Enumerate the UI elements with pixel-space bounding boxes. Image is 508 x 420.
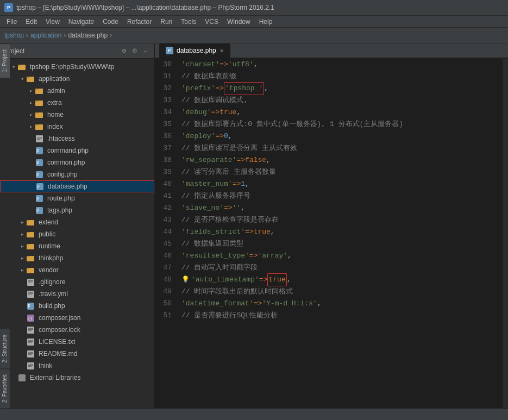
- tree-item-gitignore[interactable]: .gitignore: [0, 276, 154, 288]
- menu-item-refactor[interactable]: Refactor: [123, 17, 156, 27]
- line-number-51: 51: [155, 310, 175, 322]
- line-number-32: 32: [155, 83, 175, 95]
- svg-rect-56: [28, 341, 33, 342]
- code-token: // 数据库读写是否分离 主从式有效: [181, 142, 297, 154]
- code-line-45: // 数据集返回类型: [181, 238, 503, 250]
- tab-label: database.php: [177, 47, 216, 54]
- tree-item-tpshop-root[interactable]: ▾tpshop E:\phpStudy\WWW\tp: [0, 61, 154, 73]
- tree-item-think[interactable]: think: [0, 360, 154, 372]
- tree-item-build-php[interactable]: Pbuild.php: [0, 300, 154, 312]
- svg-rect-63: [28, 364, 33, 365]
- settings-gear-icon[interactable]: ⚙: [130, 47, 139, 55]
- menu-item-edit[interactable]: Edit: [21, 17, 41, 27]
- menu-item-vcs[interactable]: VCS: [200, 17, 223, 27]
- code-token: 1: [241, 178, 245, 190]
- tree-file-icon-index: [35, 122, 43, 131]
- tree-file-icon-thinkphp: [26, 254, 35, 262]
- tree-item-composer-lock[interactable]: composer.lock: [0, 324, 154, 336]
- tree-item-runtime[interactable]: ▸runtime: [0, 240, 154, 252]
- svg-rect-37: [27, 268, 30, 269]
- menu-item-help[interactable]: Help: [255, 17, 277, 27]
- line-number-41: 41: [155, 190, 175, 202]
- svg-text:P: P: [36, 161, 39, 166]
- menu-item-navigate[interactable]: Navigate: [64, 17, 98, 27]
- code-area[interactable]: 'charset' => 'utf8', // 数据库表前缀 'prefix' …: [179, 59, 503, 420]
- tree-item-public[interactable]: ▸public: [0, 228, 154, 240]
- tree-file-icon-config-php: P: [35, 170, 43, 179]
- tree-item-composer-json[interactable]: {}composer.json: [0, 312, 154, 324]
- breadcrumb-application[interactable]: application: [30, 32, 61, 39]
- code-line-31: // 数据库表前缀: [181, 71, 503, 83]
- tab-close-button[interactable]: ✕: [219, 48, 224, 54]
- tree-label-thinkphp: thinkphp: [39, 254, 63, 262]
- svg-rect-31: [27, 232, 30, 233]
- tree-label-readme-md: README.md: [39, 350, 77, 358]
- code-line-32: 'prefix' => 'tpshop_',: [181, 83, 503, 95]
- menu-item-window[interactable]: Window: [223, 17, 255, 27]
- tree-item-external-libs[interactable]: External Libraries: [0, 372, 154, 384]
- editor-scrollbar[interactable]: [503, 59, 508, 420]
- menu-item-file[interactable]: File: [2, 17, 21, 27]
- side-tab-structure[interactable]: 2: Structure: [0, 329, 10, 368]
- lightbulb-icon[interactable]: 💡: [181, 274, 190, 286]
- tree-item-database-php[interactable]: Pdatabase.php: [0, 180, 154, 192]
- tree-item-tags-php[interactable]: Ptags.php: [0, 204, 154, 216]
- svg-text:{}: {}: [28, 317, 32, 321]
- line-number-40: 40: [155, 178, 175, 190]
- tree-label-htaccess: .htaccess: [47, 135, 75, 142]
- tree-label-home: home: [47, 111, 64, 118]
- tree-file-icon-extend: [26, 218, 35, 227]
- svg-rect-66: [18, 374, 26, 381]
- line-number-47: 47: [155, 262, 175, 274]
- tree-item-route-php[interactable]: Proute.php: [0, 192, 154, 204]
- tree-item-thinkphp[interactable]: ▸thinkphp: [0, 252, 154, 264]
- tree-file-icon-tpshop-root: [17, 62, 26, 71]
- tree-item-htaccess[interactable]: .htaccess: [0, 133, 154, 145]
- svg-rect-64: [28, 365, 33, 366]
- tree-file-icon-public: [26, 230, 35, 239]
- code-token: // 时间字段取出后的默认时间格式: [181, 286, 293, 298]
- side-tab-favorites[interactable]: 2: Favorites: [0, 368, 10, 408]
- svg-text:P: P: [36, 197, 39, 202]
- tree-item-vendor[interactable]: ▸vendor: [0, 264, 154, 276]
- tree-item-extend[interactable]: ▸extend: [0, 216, 154, 228]
- menu-item-run[interactable]: Run: [156, 17, 177, 27]
- tree-item-travis[interactable]: .travis.yml: [0, 288, 154, 300]
- tree-item-common-php[interactable]: Pcommon.php: [0, 156, 154, 168]
- file-tree[interactable]: ▾tpshop E:\phpStudy\WWW\tp▾application▸a…: [0, 59, 154, 420]
- svg-rect-11: [35, 124, 39, 126]
- side-tab-project[interactable]: 1: Project: [0, 43, 10, 78]
- title-bar: P tpshop – [E:\phpStudy\WWW\tpshop] – ..…: [0, 0, 508, 15]
- collapse-icon[interactable]: −: [141, 47, 150, 55]
- menu-item-tools[interactable]: Tools: [177, 17, 200, 27]
- menu-item-view[interactable]: View: [41, 17, 64, 27]
- svg-rect-33: [27, 244, 30, 245]
- tree-item-config-php[interactable]: Pconfig.php: [0, 168, 154, 180]
- sync-icon[interactable]: ⊕: [120, 47, 128, 55]
- code-token: ,: [287, 274, 291, 286]
- code-line-38: 'rw_separate' => false,: [181, 154, 503, 166]
- editor-tab-database-php[interactable]: P database.php ✕: [159, 43, 230, 58]
- tree-item-readme-md[interactable]: README.md: [0, 348, 154, 360]
- tree-item-admin[interactable]: ▸admin: [0, 85, 154, 97]
- svg-rect-54: [27, 338, 34, 346]
- svg-rect-44: [28, 293, 33, 294]
- menu-item-code[interactable]: Code: [98, 17, 123, 27]
- breadcrumb-tpshop[interactable]: tpshop: [4, 32, 24, 39]
- code-token: 'resultset_type': [181, 250, 249, 262]
- tree-arrow-public: ▸: [18, 231, 26, 237]
- tree-item-application[interactable]: ▾application: [0, 73, 154, 85]
- line-number-50: 50: [155, 298, 175, 310]
- tree-item-license-txt[interactable]: LICENSE.txt: [0, 336, 154, 348]
- svg-rect-14: [37, 138, 42, 139]
- code-token: // 数据集返回类型: [181, 238, 243, 250]
- tree-arrow-application: ▾: [18, 76, 26, 82]
- tree-item-index[interactable]: ▸index: [0, 121, 154, 133]
- line-number-42: 42: [155, 202, 175, 214]
- tree-label-travis: .travis.yml: [39, 290, 68, 298]
- breadcrumb-sep-3: ›: [110, 32, 112, 39]
- app-icon: P: [4, 3, 13, 12]
- tree-item-extra[interactable]: ▸extra: [0, 97, 154, 109]
- tree-item-command-php[interactable]: Pcommand.php: [0, 145, 154, 156]
- tree-item-home[interactable]: ▸home: [0, 109, 154, 121]
